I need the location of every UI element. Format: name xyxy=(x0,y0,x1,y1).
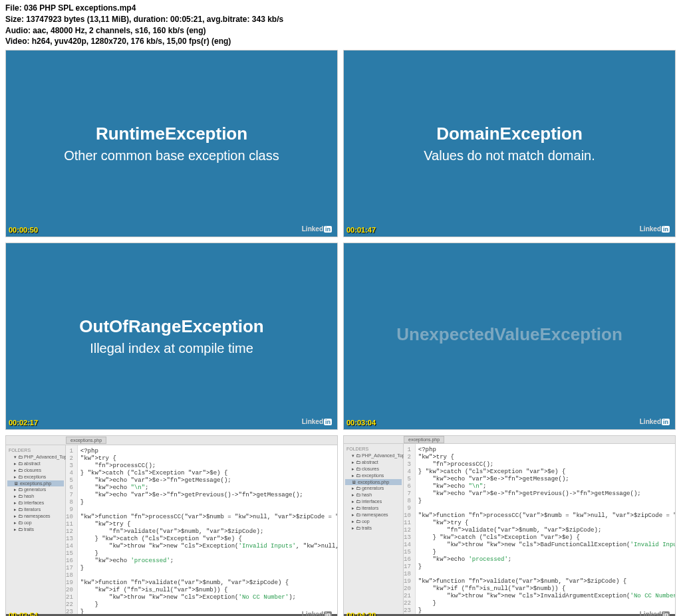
sidebar-item[interactable]: ▸ 🗀 oop xyxy=(345,518,402,525)
file-tab[interactable]: exceptions.php xyxy=(404,436,444,443)
meta-video: Video: h264, yuv420p, 1280x720, 176 kb/s… xyxy=(5,36,676,47)
slide-title: RuntimeException xyxy=(96,124,247,144)
line-gutter: 1234567891011121314151617181920212223 xyxy=(66,445,78,616)
sidebar-item[interactable]: ▸ 🗀 traits xyxy=(345,525,402,532)
sidebar-item[interactable]: ▸ 🗀 closures xyxy=(345,466,402,472)
file-tab[interactable]: exceptions.php xyxy=(66,437,106,444)
meta-file: File: 036 PHP SPL exceptions.mp4 xyxy=(5,3,676,14)
timestamp: 00:00:50 xyxy=(9,226,38,234)
slide-title: UnexpectedValueException xyxy=(396,324,622,345)
slide-title: DomainException xyxy=(436,124,583,144)
sidebar-item[interactable]: ▸ 🗀 iterators xyxy=(345,505,402,512)
editor-tabbar: exceptions.php xyxy=(344,436,675,444)
slide-subtitle: Values do not match domain. xyxy=(424,148,595,163)
thumb-3[interactable]: OutOfRangeException Illegal index at com… xyxy=(5,243,338,430)
sidebar-item[interactable]: ▸ 🗀 generators xyxy=(345,485,402,492)
slide-subtitle: Illegal index at compile time xyxy=(90,341,253,356)
sidebar-item[interactable]: ▸ 🗀 abstract xyxy=(345,459,402,466)
sidebar-item[interactable]: ▸ 🗀 closures xyxy=(7,467,64,474)
linkedin-logo: Linkedin xyxy=(302,611,332,616)
sidebar-item[interactable]: ▸ 🗀 traits xyxy=(7,526,64,533)
sidebar-item[interactable]: ▸ 🗀 namespaces xyxy=(345,512,402,518)
sidebar-item-selected[interactable]: 🗎 exceptions.php xyxy=(7,480,64,486)
sidebar-item[interactable]: ▸ 🗀 exceptions xyxy=(345,472,402,479)
timestamp: 00:02:17 xyxy=(9,419,38,427)
code-editor[interactable]: <?php "kw">try { "fn">processCC(); } "kw… xyxy=(416,444,676,616)
sidebar-item[interactable]: ▸ 🗀 generators xyxy=(7,486,64,493)
code-editor[interactable]: <?php "kw">try { "fn">processCC(); } "kw… xyxy=(78,445,338,616)
sidebar-item[interactable]: ▸ 🗀 hash xyxy=(345,492,402,498)
linkedin-logo: Linkedin xyxy=(302,225,332,233)
folder-sidebar: FOLDERS ▾ 🗀 PHP_Advanced_Topics ▸ 🗀 abst… xyxy=(344,444,404,616)
linkedin-logo: Linkedin xyxy=(302,418,332,425)
thumbnail-grid: RuntimeException Other common base excep… xyxy=(0,50,681,616)
timestamp: 00:03:04 xyxy=(346,419,376,427)
timestamp: 00:04:30 xyxy=(346,611,376,616)
sidebar-item[interactable]: ▸ 🗀 hash xyxy=(7,493,64,500)
meta-audio: Audio: aac, 48000 Hz, 2 channels, s16, 1… xyxy=(5,25,676,37)
linkedin-logo: Linkedin xyxy=(640,225,670,233)
slide-title: OutOfRangeException xyxy=(79,316,263,337)
thumb-1[interactable]: RuntimeException Other common base excep… xyxy=(5,50,338,237)
thumb-6[interactable]: exceptions.php FOLDERS ▾ 🗀 PHP_Advanced_… xyxy=(343,435,676,616)
sidebar-item[interactable]: ▸ 🗀 oop xyxy=(7,520,64,526)
sidebar-item[interactable]: ▸ 🗀 abstract xyxy=(7,461,64,467)
thumb-2[interactable]: DomainException Values do not match doma… xyxy=(343,50,676,237)
sidebar-item[interactable]: ▸ 🗀 interfaces xyxy=(7,500,64,506)
meta-size: Size: 13747923 bytes (13,11 MiB), durati… xyxy=(5,14,676,25)
thumb-5[interactable]: exceptions.php FOLDERS ▾ 🗀 PHP_Advanced_… xyxy=(5,435,338,616)
sidebar-item-selected[interactable]: 🗎 exceptions.php xyxy=(345,479,402,485)
thumb-4[interactable]: UnexpectedValueException 00:03:04 Linked… xyxy=(343,243,676,430)
sidebar-root[interactable]: ▾ 🗀 PHP_Advanced_Topics xyxy=(7,454,64,461)
linkedin-logo: Linkedin xyxy=(640,418,670,425)
sidebar-item[interactable]: ▸ 🗀 namespaces xyxy=(7,513,64,520)
sidebar-item[interactable]: ▸ 🗀 iterators xyxy=(7,506,64,513)
line-gutter: 123456789101112131415161718192021222324 xyxy=(404,444,416,616)
timestamp: 00:03:54 xyxy=(9,611,38,616)
editor-tabbar: exceptions.php xyxy=(6,436,337,445)
sidebar-item[interactable]: ▸ 🗀 interfaces xyxy=(345,498,402,505)
media-metadata: File: 036 PHP SPL exceptions.mp4 Size: 1… xyxy=(0,0,681,50)
sidebar-root[interactable]: ▾ 🗀 PHP_Advanced_Topics xyxy=(345,453,402,459)
folder-sidebar: FOLDERS ▾ 🗀 PHP_Advanced_Topics ▸ 🗀 abst… xyxy=(6,445,66,616)
linkedin-logo: Linkedin xyxy=(640,611,670,616)
timestamp: 00:01:47 xyxy=(346,226,376,234)
slide-subtitle: Other common base exception class xyxy=(64,148,279,163)
sidebar-item[interactable]: ▸ 🗀 exceptions xyxy=(7,474,64,480)
